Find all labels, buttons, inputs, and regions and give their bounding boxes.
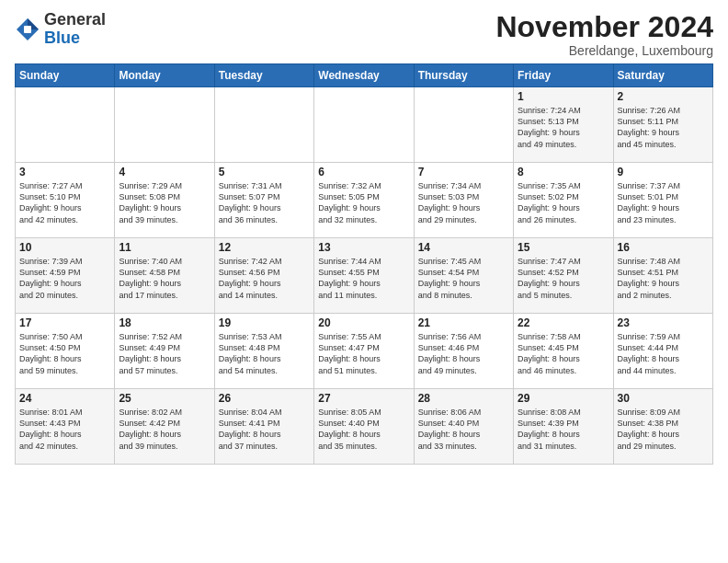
calendar-cell: 24Sunrise: 8:01 AM Sunset: 4:43 PM Dayli… <box>16 389 115 465</box>
logo-general-text: General <box>44 10 106 29</box>
day-number: 24 <box>19 392 110 405</box>
calendar-cell: 30Sunrise: 8:09 AM Sunset: 4:38 PM Dayli… <box>613 389 712 465</box>
day-info: Sunrise: 7:53 AM Sunset: 4:48 PM Dayligh… <box>219 331 310 376</box>
calendar-cell <box>115 87 214 163</box>
calendar-cell: 14Sunrise: 7:45 AM Sunset: 4:54 PM Dayli… <box>414 238 513 314</box>
logo-blue-text: Blue <box>44 29 80 47</box>
day-info: Sunrise: 7:39 AM Sunset: 4:59 PM Dayligh… <box>19 256 110 301</box>
th-monday: Monday <box>115 64 214 87</box>
calendar-cell: 19Sunrise: 7:53 AM Sunset: 4:48 PM Dayli… <box>214 314 313 389</box>
th-friday: Friday <box>514 64 613 87</box>
day-number: 21 <box>418 316 509 329</box>
day-info: Sunrise: 7:37 AM Sunset: 5:01 PM Dayligh… <box>618 180 709 225</box>
day-info: Sunrise: 8:05 AM Sunset: 4:40 PM Dayligh… <box>318 407 409 452</box>
day-number: 12 <box>219 241 310 254</box>
calendar-week-1: 3Sunrise: 7:27 AM Sunset: 5:10 PM Daylig… <box>16 163 713 238</box>
day-info: Sunrise: 7:34 AM Sunset: 5:03 PM Dayligh… <box>418 180 509 225</box>
calendar-cell: 9Sunrise: 7:37 AM Sunset: 5:01 PM Daylig… <box>613 163 712 238</box>
day-number: 16 <box>618 241 709 254</box>
calendar-cell: 25Sunrise: 8:02 AM Sunset: 4:42 PM Dayli… <box>115 389 214 465</box>
calendar-cell: 26Sunrise: 8:04 AM Sunset: 4:41 PM Dayli… <box>214 389 313 465</box>
calendar-cell: 12Sunrise: 7:42 AM Sunset: 4:56 PM Dayli… <box>214 238 313 314</box>
day-number: 30 <box>618 392 709 405</box>
day-number: 19 <box>219 316 310 329</box>
day-info: Sunrise: 8:08 AM Sunset: 4:39 PM Dayligh… <box>518 407 609 452</box>
calendar-cell: 1Sunrise: 7:24 AM Sunset: 5:13 PM Daylig… <box>514 87 613 163</box>
day-info: Sunrise: 7:24 AM Sunset: 5:13 PM Dayligh… <box>518 105 609 150</box>
day-info: Sunrise: 7:59 AM Sunset: 4:44 PM Dayligh… <box>618 331 709 376</box>
calendar-week-0: 1Sunrise: 7:24 AM Sunset: 5:13 PM Daylig… <box>16 87 713 163</box>
calendar-week-2: 10Sunrise: 7:39 AM Sunset: 4:59 PM Dayli… <box>16 238 713 314</box>
day-number: 20 <box>318 316 409 329</box>
calendar-cell: 4Sunrise: 7:29 AM Sunset: 5:08 PM Daylig… <box>115 163 214 238</box>
day-number: 15 <box>518 241 609 254</box>
calendar-cell: 21Sunrise: 7:56 AM Sunset: 4:46 PM Dayli… <box>414 314 513 389</box>
calendar-cell: 18Sunrise: 7:52 AM Sunset: 4:49 PM Dayli… <box>115 314 214 389</box>
day-info: Sunrise: 8:02 AM Sunset: 4:42 PM Dayligh… <box>119 407 210 452</box>
day-info: Sunrise: 7:31 AM Sunset: 5:07 PM Dayligh… <box>219 180 310 225</box>
header: General Blue November 2024 Bereldange, L… <box>15 11 713 58</box>
day-info: Sunrise: 7:26 AM Sunset: 5:11 PM Dayligh… <box>618 105 709 150</box>
th-saturday: Saturday <box>613 64 712 87</box>
day-info: Sunrise: 7:40 AM Sunset: 4:58 PM Dayligh… <box>119 256 210 301</box>
calendar-cell: 13Sunrise: 7:44 AM Sunset: 4:55 PM Dayli… <box>314 238 414 314</box>
day-number: 6 <box>318 166 409 178</box>
th-tuesday: Tuesday <box>214 64 313 87</box>
calendar-cell: 8Sunrise: 7:35 AM Sunset: 5:02 PM Daylig… <box>514 163 613 238</box>
calendar-cell: 7Sunrise: 7:34 AM Sunset: 5:03 PM Daylig… <box>414 163 513 238</box>
day-info: Sunrise: 7:27 AM Sunset: 5:10 PM Dayligh… <box>19 180 110 225</box>
calendar-cell <box>314 87 414 163</box>
header-row: Sunday Monday Tuesday Wednesday Thursday… <box>16 64 713 87</box>
day-info: Sunrise: 8:01 AM Sunset: 4:43 PM Dayligh… <box>19 407 110 452</box>
calendar-week-4: 24Sunrise: 8:01 AM Sunset: 4:43 PM Dayli… <box>16 389 713 465</box>
day-number: 1 <box>518 90 609 103</box>
day-number: 2 <box>618 90 709 103</box>
day-number: 29 <box>518 392 609 405</box>
th-wednesday: Wednesday <box>314 64 414 87</box>
day-info: Sunrise: 7:42 AM Sunset: 4:56 PM Dayligh… <box>219 256 310 301</box>
day-info: Sunrise: 7:45 AM Sunset: 4:54 PM Dayligh… <box>418 256 509 301</box>
calendar-cell: 17Sunrise: 7:50 AM Sunset: 4:50 PM Dayli… <box>16 314 115 389</box>
day-number: 26 <box>219 392 310 405</box>
day-number: 27 <box>318 392 409 405</box>
calendar-table: Sunday Monday Tuesday Wednesday Thursday… <box>15 63 713 465</box>
logo-icon <box>15 17 40 42</box>
day-info: Sunrise: 7:48 AM Sunset: 4:51 PM Dayligh… <box>618 256 709 301</box>
day-info: Sunrise: 7:29 AM Sunset: 5:08 PM Dayligh… <box>119 180 210 225</box>
day-info: Sunrise: 7:58 AM Sunset: 4:45 PM Dayligh… <box>518 331 609 376</box>
calendar-cell: 5Sunrise: 7:31 AM Sunset: 5:07 PM Daylig… <box>214 163 313 238</box>
day-info: Sunrise: 8:09 AM Sunset: 4:38 PM Dayligh… <box>618 407 709 452</box>
svg-rect-2 <box>24 26 31 33</box>
day-number: 8 <box>518 166 609 178</box>
calendar-cell: 20Sunrise: 7:55 AM Sunset: 4:47 PM Dayli… <box>314 314 414 389</box>
day-info: Sunrise: 7:35 AM Sunset: 5:02 PM Dayligh… <box>518 180 609 225</box>
day-number: 17 <box>19 316 110 329</box>
calendar-cell <box>414 87 513 163</box>
logo: General Blue <box>15 11 106 48</box>
day-number: 23 <box>618 316 709 329</box>
title-block: November 2024 Bereldange, Luxembourg <box>495 11 713 58</box>
day-number: 13 <box>318 241 409 254</box>
day-info: Sunrise: 8:06 AM Sunset: 4:40 PM Dayligh… <box>418 407 509 452</box>
calendar-cell: 27Sunrise: 8:05 AM Sunset: 4:40 PM Dayli… <box>314 389 414 465</box>
page: General Blue November 2024 Bereldange, L… <box>0 0 728 563</box>
day-info: Sunrise: 7:47 AM Sunset: 4:52 PM Dayligh… <box>518 256 609 301</box>
calendar-cell: 10Sunrise: 7:39 AM Sunset: 4:59 PM Dayli… <box>16 238 115 314</box>
calendar-cell <box>214 87 313 163</box>
calendar-cell: 3Sunrise: 7:27 AM Sunset: 5:10 PM Daylig… <box>16 163 115 238</box>
calendar-cell: 22Sunrise: 7:58 AM Sunset: 4:45 PM Dayli… <box>514 314 613 389</box>
calendar-cell: 11Sunrise: 7:40 AM Sunset: 4:58 PM Dayli… <box>115 238 214 314</box>
day-number: 7 <box>418 166 509 178</box>
day-number: 3 <box>19 166 110 178</box>
day-number: 10 <box>19 241 110 254</box>
calendar-week-3: 17Sunrise: 7:50 AM Sunset: 4:50 PM Dayli… <box>16 314 713 389</box>
month-title: November 2024 <box>495 11 713 43</box>
location: Bereldange, Luxembourg <box>495 43 713 58</box>
calendar-cell <box>16 87 115 163</box>
day-info: Sunrise: 8:04 AM Sunset: 4:41 PM Dayligh… <box>219 407 310 452</box>
calendar-cell: 28Sunrise: 8:06 AM Sunset: 4:40 PM Dayli… <box>414 389 513 465</box>
day-info: Sunrise: 7:50 AM Sunset: 4:50 PM Dayligh… <box>19 331 110 376</box>
day-number: 11 <box>119 241 210 254</box>
calendar-cell: 29Sunrise: 8:08 AM Sunset: 4:39 PM Dayli… <box>514 389 613 465</box>
th-sunday: Sunday <box>16 64 115 87</box>
